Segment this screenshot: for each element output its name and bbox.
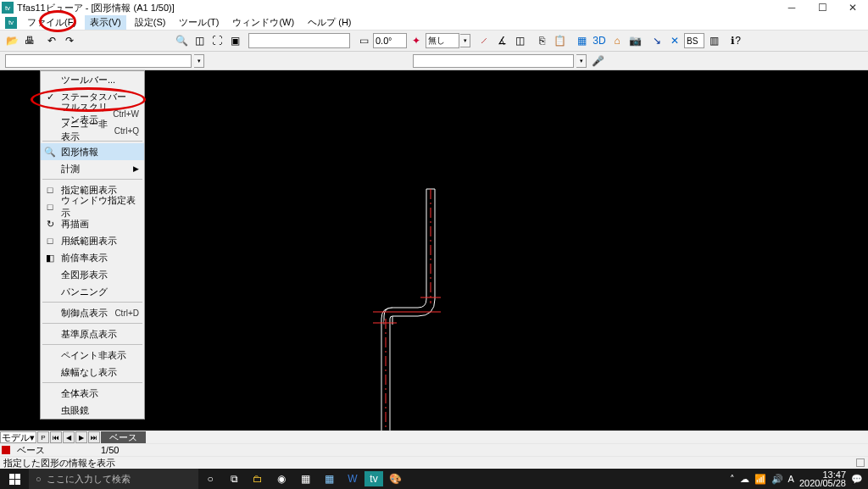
menuitem-用紙範囲表示[interactable]: □用紙範囲表示 xyxy=(41,232,144,249)
tool-redo-icon[interactable]: ↷ xyxy=(61,32,78,49)
combo-none[interactable]: 無し xyxy=(426,33,459,48)
nav-first-button[interactable]: ⏮ xyxy=(50,431,62,443)
menuitem-虫眼鏡[interactable]: 虫眼鏡 xyxy=(41,402,144,419)
tool-cam-icon[interactable]: 📷 xyxy=(626,32,643,49)
menuitem-ツールバー...[interactable]: ツールバー... xyxy=(41,71,144,88)
minimize-button[interactable]: ─ xyxy=(776,0,807,15)
tool-fit-icon[interactable]: ⛶ xyxy=(209,32,225,49)
menuitem-線幅なし表示[interactable]: 線幅なし表示 xyxy=(41,364,144,381)
task-paint-icon[interactable]: 🎨 xyxy=(383,469,407,489)
windows-logo-icon xyxy=(9,474,20,485)
menuitem-icon xyxy=(42,73,58,86)
menuitem-label: メニュー非表示 xyxy=(61,118,114,143)
tool-arrow-icon[interactable]: ↘ xyxy=(648,32,665,49)
tool-copy-icon[interactable]: ⎘ xyxy=(533,32,550,49)
tray-clock[interactable]: 13:472020/05/28 xyxy=(799,470,846,487)
menuitem-メニュー非表示[interactable]: メニュー非表示Ctrl+Q xyxy=(41,122,144,139)
tool-window-icon[interactable]: ◫ xyxy=(191,32,208,49)
menu-window[interactable]: ウィンドウ(W) xyxy=(227,15,299,30)
menuitem-パンニング[interactable]: パンニング xyxy=(41,283,144,300)
menu-view[interactable]: 表示(V) xyxy=(85,15,126,30)
menuitem-label: 図形情報 xyxy=(61,146,144,158)
input-mid[interactable] xyxy=(413,54,574,68)
menuitem-ウィンドウ指定表示[interactable]: □ウィンドウ指定表示 xyxy=(41,198,144,215)
menuitem-全図形表示[interactable]: 全図形表示 xyxy=(41,266,144,283)
task-explorer-icon[interactable]: 🗀 xyxy=(246,469,270,489)
task-view-icon[interactable]: ⧉ xyxy=(222,469,246,489)
tool-frame-icon[interactable]: ▣ xyxy=(226,32,243,49)
tool-model-icon[interactable]: ⌂ xyxy=(609,32,626,49)
tray-wifi-icon[interactable]: 📶 xyxy=(754,474,766,485)
input-mid-arrow[interactable]: ▾ xyxy=(576,54,587,68)
menuitem-label: ウィンドウ指定表示 xyxy=(61,194,144,219)
drawing-canvas[interactable]: ツールバー...✓ステータスバーフルスクリーン表示Ctrl+Wメニュー非表示Ct… xyxy=(0,70,868,431)
start-button[interactable] xyxy=(0,469,29,489)
tool-help-icon[interactable]: ℹ? xyxy=(727,32,744,49)
tool-clip-icon[interactable]: 📋 xyxy=(551,32,568,49)
tool-3d-icon[interactable]: 3D xyxy=(591,32,608,49)
maximize-button[interactable]: ☐ xyxy=(807,0,837,15)
tab-base-label[interactable]: ベース xyxy=(12,444,50,457)
nav-prev-button[interactable]: ◀ xyxy=(63,431,75,443)
model-combo[interactable]: モデル ▾ xyxy=(0,431,36,443)
menuitem-icon xyxy=(42,403,58,417)
tool-print-icon[interactable]: 🖶 xyxy=(21,32,38,49)
tray-vol-icon[interactable]: 🔊 xyxy=(771,474,783,485)
menuitem-制御点表示[interactable]: 制御点表示Ctrl+D xyxy=(41,304,144,321)
task-cortana-icon[interactable]: ○ xyxy=(198,469,222,489)
input-left[interactable] xyxy=(5,54,192,68)
input-left-arrow[interactable]: ▾ xyxy=(194,54,204,68)
tool-area-icon[interactable]: ◫ xyxy=(511,32,528,49)
menuitem-label: 線幅なし表示 xyxy=(61,366,144,379)
menu-help[interactable]: ヘルプ (H) xyxy=(303,15,356,30)
tool-prop-icon[interactable]: ▥ xyxy=(705,32,722,49)
menuitem-ペイント非表示[interactable]: ペイント非表示 xyxy=(41,347,144,364)
tool-ruler-icon[interactable]: ▭ xyxy=(355,32,372,49)
menuitem-計測[interactable]: 計測▶ xyxy=(41,160,144,177)
menuitem-label: ツールバー... xyxy=(61,74,144,86)
tray-lang[interactable]: A xyxy=(788,474,794,484)
tool-zoom-icon[interactable]: 🔍 xyxy=(173,32,190,49)
tool-x-icon[interactable]: ✕ xyxy=(666,32,683,49)
task-word-icon[interactable]: W xyxy=(341,469,364,489)
tray-cloud-icon[interactable]: ☁ xyxy=(740,474,749,485)
menuitem-icon xyxy=(42,285,58,298)
p-button[interactable]: P xyxy=(37,431,49,443)
close-button[interactable]: ✕ xyxy=(837,0,868,15)
task-grid-icon[interactable]: ▦ xyxy=(317,469,341,489)
menu-file[interactable]: ファイル(F) xyxy=(22,15,81,30)
menuitem-label: 基準原点表示 xyxy=(61,328,144,341)
menuitem-全体表示[interactable]: 全体表示 xyxy=(41,385,144,402)
menuitem-icon xyxy=(42,107,58,120)
menuitem-前倍率表示[interactable]: ◧前倍率表示 xyxy=(41,249,144,266)
tool-angle-icon[interactable]: ∡ xyxy=(493,32,510,49)
mic-icon[interactable]: 🎤 xyxy=(589,53,606,69)
taskbar-search[interactable]: ○ ここに入力して検索 xyxy=(29,469,198,489)
tab-base[interactable]: ベース xyxy=(101,431,146,443)
task-chrome-icon[interactable]: ◉ xyxy=(270,469,293,489)
nav-last-button[interactable]: ⏭ xyxy=(88,431,100,443)
task-app-icon[interactable]: tv xyxy=(364,471,383,486)
menuitem-図形情報[interactable]: 🔍図形情報 xyxy=(41,143,144,160)
menuitem-icon xyxy=(42,162,58,175)
window-title: Tfas11ビューア - [図形情報 (A1 1/50)] xyxy=(17,2,175,14)
menuitem-基準原点表示[interactable]: 基準原点表示 xyxy=(41,325,144,342)
submenu-arrow-icon: ▶ xyxy=(133,164,144,173)
tray-notif-icon[interactable]: 💬 xyxy=(851,474,863,485)
menu-settings[interactable]: 設定(S) xyxy=(130,15,171,30)
tool-compass-icon[interactable]: ✦ xyxy=(408,32,425,49)
combo-none-arrow[interactable]: ▾ xyxy=(460,34,470,47)
tool-measure-icon[interactable]: ⟋ xyxy=(476,32,492,49)
combo-layer[interactable] xyxy=(248,33,350,48)
menu-tool[interactable]: ツール(T) xyxy=(174,15,224,30)
menuitem-再描画[interactable]: ↻再描画 xyxy=(41,215,144,232)
tool-grid-icon[interactable]: ▦ xyxy=(573,32,590,49)
tool-undo-icon[interactable]: ↶ xyxy=(43,32,60,49)
tray-up-icon[interactable]: ˄ xyxy=(730,474,735,485)
nav-next-button[interactable]: ▶ xyxy=(75,431,87,443)
combo-angle[interactable]: 0.0° xyxy=(373,33,407,48)
task-calc-icon[interactable]: ▦ xyxy=(293,469,317,489)
menuitem-icon xyxy=(42,268,58,281)
tool-open-icon[interactable]: 📂 xyxy=(3,32,20,49)
combo-bs[interactable]: BS xyxy=(684,33,704,48)
